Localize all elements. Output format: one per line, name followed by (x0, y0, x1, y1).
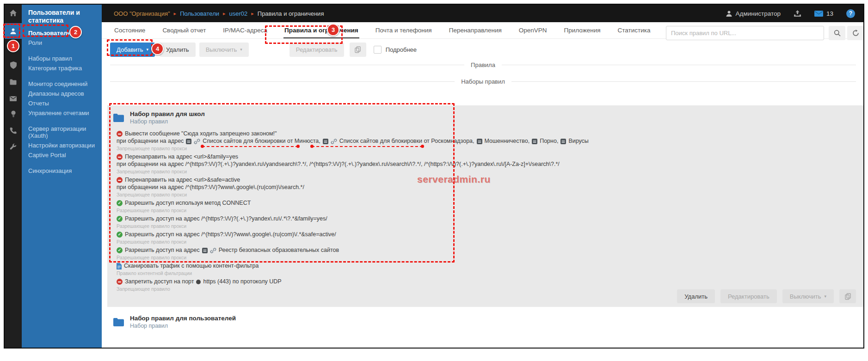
rule-text: Список сайтов для блокировки от Минюста, (203, 138, 320, 145)
deny-icon (117, 131, 123, 137)
main-area: СостояниеСводный отчетIP/MAC-адресаПрави… (102, 22, 863, 348)
set-disable-button[interactable]: Выключить▾ (782, 289, 834, 303)
refresh-button[interactable] (847, 26, 864, 40)
list-icon[interactable] (323, 139, 328, 144)
ruleset-panel[interactable]: Набор правил для школ Набор правил Вывес… (107, 105, 863, 307)
breadcrumb-item[interactable]: ООО "Организация" (114, 10, 170, 17)
search-input[interactable] (666, 26, 824, 40)
delete-button[interactable]: Удалить (160, 43, 196, 57)
link-icon[interactable] (194, 138, 200, 145)
sidebar-item[interactable]: Категории трафика (22, 63, 102, 73)
home-icon[interactable] (5, 6, 22, 19)
section-rulesets-label: Наборы правил (461, 78, 505, 85)
tab-item[interactable]: Сводный отчет (161, 23, 207, 38)
rule-text: Мошенничество, (485, 138, 530, 145)
icon-rail (5, 5, 22, 348)
rule-item[interactable]: Сканировать трафик с помощью контент-фил… (117, 263, 845, 276)
rule-type-label: Запрещающее правило прокси (117, 192, 845, 197)
sidebar-item[interactable]: Пользователи (22, 28, 102, 38)
search-icon (834, 30, 841, 37)
refresh-icon (852, 30, 859, 37)
breadcrumb-item: Правила и ограничения (258, 10, 324, 17)
tab-item[interactable]: OpenVPN (518, 23, 548, 38)
add-button[interactable]: Добавить▾ (110, 43, 155, 57)
ruleset-header[interactable]: Набор правил для школ Набор правил (113, 110, 205, 125)
sidebar-item[interactable]: Сервер авторизации (Xauth) (22, 124, 102, 141)
list-icon[interactable] (202, 248, 208, 253)
rules-list: Вывести сообщение "Сюда ходить запрещено… (117, 130, 845, 294)
user-icon (726, 10, 733, 17)
tab-item[interactable]: Статистика (617, 23, 652, 38)
folder-blue-icon (113, 110, 124, 125)
tab-item[interactable]: IP/MAC-адреса (222, 23, 268, 38)
tab-active[interactable]: Правила и ограничения (283, 23, 359, 38)
sidebar-item[interactable]: Отчеты (22, 98, 102, 108)
sidebar-item[interactable]: Монитор соединений (22, 79, 102, 89)
phone-icon[interactable] (5, 124, 22, 137)
section-rulesets: Наборы правил (110, 78, 856, 85)
rule-item[interactable]: ✓Разрешить доступ на адресРеестр безопас… (117, 247, 845, 260)
list-icon[interactable] (560, 139, 566, 144)
toolbar: Добавить▾ Удалить Выключить▾ Редактирова… (102, 39, 863, 60)
rule-item[interactable]: ✓Разрешить доступ используя метод CONNEC… (117, 200, 845, 213)
shield-icon[interactable] (5, 59, 22, 72)
tab-item[interactable]: Почта и телефония (375, 23, 433, 38)
tab-item[interactable]: Состояние (113, 23, 146, 38)
messages-indicator[interactable]: 13 (814, 10, 833, 17)
set-delete-button[interactable]: Удалить (677, 289, 715, 303)
rule-item[interactable]: ✓Разрешить доступ на адрес /^(https?:\/\… (117, 215, 845, 229)
details-checkbox[interactable] (374, 46, 382, 54)
set-copy-button[interactable] (839, 289, 856, 303)
divider (502, 65, 856, 65)
breadcrumb-separator: ▸ (223, 11, 226, 17)
mail-icon[interactable] (5, 92, 22, 105)
rule-text: Порно, (540, 138, 558, 145)
list-icon[interactable] (532, 139, 537, 144)
breadcrumb-separator: ▸ (174, 11, 177, 17)
divider (110, 65, 464, 65)
help-button[interactable]: ? (846, 9, 855, 18)
disable-button[interactable]: Выключить▾ (199, 43, 249, 57)
sidebar-item[interactable]: Диапазоны адресов (22, 89, 102, 98)
ruleset-row-users[interactable]: Набор правил для пользователей Набор пра… (107, 311, 863, 337)
upload-icon[interactable] (794, 10, 801, 17)
breadcrumb-item[interactable]: Пользователи (180, 10, 219, 17)
sidebar-item[interactable]: Синхронизация (22, 166, 102, 176)
ruleset-header[interactable]: Набор правил для пользователей Набор пра… (113, 315, 236, 330)
account-menu[interactable]: Администратор (726, 10, 781, 17)
allow-icon: ✓ (117, 247, 123, 253)
sidebar-item[interactable]: Управление отчетами (22, 108, 102, 118)
list-icon[interactable] (186, 139, 191, 144)
sidebar-item[interactable]: Наборы правил (22, 54, 102, 63)
list-icon[interactable] (477, 139, 482, 144)
rule-item[interactable]: Вывести сообщение "Сюда ходить запрещено… (117, 130, 845, 151)
breadcrumb-separator: ▸ (251, 11, 254, 17)
sidebar-item[interactable]: Настройки авторизации (22, 141, 102, 150)
rule-text: Перенаправить на адрес <url>&safe=active (125, 177, 240, 184)
allow-icon: ✓ (117, 216, 123, 222)
link-icon[interactable] (331, 138, 337, 145)
sidebar-item[interactable]: Роли (22, 38, 102, 48)
users-icon[interactable] (5, 23, 22, 39)
rule-type-label: Разрешающее правило прокси (117, 223, 845, 229)
rule-text: Разрешить доступ на адрес /^(https?:\/\/… (125, 215, 327, 222)
tab-item[interactable]: Перенаправления (448, 23, 503, 38)
link-icon[interactable] (210, 247, 216, 254)
edit-button[interactable]: Редактировать (289, 43, 344, 57)
section-rules-label: Правила (471, 61, 495, 68)
wrench-icon[interactable] (5, 140, 22, 153)
search-button[interactable] (829, 26, 845, 40)
folder-icon[interactable] (5, 75, 22, 88)
tab-item[interactable]: Приложения (563, 23, 602, 38)
topbar-right: Администратор 13 ? (726, 9, 855, 18)
rule-item[interactable]: Перенаправить на адрес <url>&family=yesп… (117, 153, 845, 174)
rule-item[interactable]: ✓Разрешить доступ на адрес /^(https?:\/\… (117, 231, 845, 245)
sidebar-item[interactable]: Captive Portal (22, 150, 102, 160)
rule-text: Разрешить доступ на адрес (125, 247, 200, 254)
set-edit-button[interactable]: Редактировать (720, 289, 777, 303)
details-toggle[interactable]: Подробнее (374, 46, 417, 54)
envelope-icon (814, 11, 823, 17)
lightbulb-icon[interactable] (5, 108, 22, 121)
breadcrumb-item[interactable]: user02 (229, 10, 248, 17)
copy-button[interactable] (350, 43, 366, 57)
